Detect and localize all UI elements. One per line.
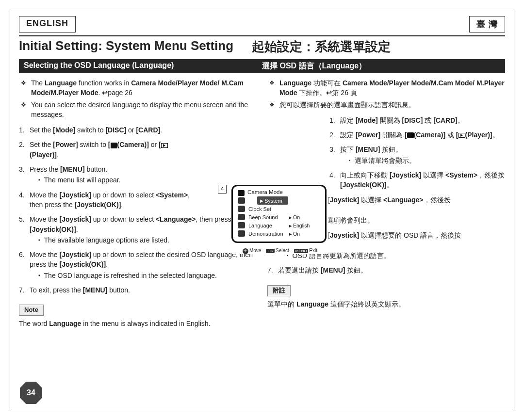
nav-icon: ✛ — [243, 248, 248, 254]
heading-chinese: 起始設定：系統選單設定 — [252, 38, 391, 55]
intro-1-zh: Language 功能可在 Camera Mode/Player Mode/M.… — [279, 78, 505, 98]
steps-zh: 1.設定 [Mode] 開關為 [DISC] 或 [CARD]。 2.設定 [P… — [267, 115, 505, 190]
osd-footer: ✛Move OKSelect MENUExit — [231, 248, 328, 254]
page-number-badge: 34 — [20, 382, 42, 404]
step2-en: Set the [Power] switch to [(Camera)] or … — [30, 141, 168, 158]
language-bar: ENGLISH 臺 灣 — [19, 16, 505, 32]
osd-row-beep: Beep Sound — [248, 214, 289, 220]
osd-row-demo: Demonstration — [248, 231, 289, 237]
diagram-step-badge: 4 — [218, 185, 227, 194]
camcorder-icon — [238, 190, 245, 196]
camera-screen: Camera Mode ►System Clock Set Beep Sound… — [231, 185, 327, 243]
footer-move: Move — [249, 248, 261, 253]
gear-icon — [238, 197, 245, 204]
intro-2-en: You can select the desired language to d… — [31, 100, 257, 120]
step7-en: To exit, press the [MENU] button. — [30, 285, 257, 295]
section-stripe: Selecting the OSD Language (Language) 選擇… — [19, 59, 505, 73]
page-number: 34 — [27, 388, 35, 397]
note-label-zh: 附註 — [267, 285, 291, 296]
disc-icon — [238, 206, 245, 212]
column-english: The Language function works in Camera Mo… — [19, 78, 257, 328]
intro-list-zh: Language 功能可在 Camera Mode/Player Mode/M.… — [267, 78, 505, 110]
menu-key-icon: MENU — [294, 249, 309, 253]
display-icon — [238, 230, 245, 237]
osd-val-demo: On — [289, 231, 300, 237]
step6-en: Move the [Joystick] up or down to select… — [30, 251, 253, 268]
osd-row-clock: Clock Set — [248, 206, 289, 212]
osd-system-tab: ►System — [257, 196, 288, 205]
step1-zh: 設定 [Mode] 開關為 [DISC] 或 [CARD]。 — [340, 115, 505, 125]
steps-en: 1.Set the [Mode] switch to [DISC] or [CA… — [19, 125, 257, 295]
manual-page: ENGLISH 臺 灣 Initial Setting: System Menu… — [10, 9, 514, 411]
ok-key-icon: OK — [266, 249, 275, 253]
step5a-en: The available language options are liste… — [44, 235, 169, 245]
step4-en: Move the [Joystick] up or down to select… — [30, 190, 190, 210]
note-label-en: Note — [19, 305, 44, 316]
stripe-heading-en: Selecting the OSD Language (Language) — [24, 61, 262, 71]
step3a-zh: 選單清單將會顯示。 — [355, 156, 416, 165]
stripe-heading-zh: 選擇 OSD 語言（Language） — [262, 61, 500, 71]
step3-en: Press the [MENU] button. — [30, 165, 107, 173]
hr — [19, 35, 505, 36]
intro-2-zh: 您可以選擇所要的選單畫面顯示語言和訊息。 — [279, 100, 415, 110]
step2-zh: 設定 [Power] 開關為 [(Camera)] 或 [(Player)]。 — [340, 130, 505, 140]
lang-box-english: ENGLISH — [19, 16, 76, 32]
title-bar: Initial Setting: System Menu Setting 起始設… — [19, 38, 505, 55]
osd-title: Camera Mode — [247, 189, 283, 195]
step3-zh: 按下 [MENU] 按鈕。 — [340, 145, 402, 153]
camera-icon — [238, 214, 245, 220]
osd-val-lang: English — [289, 223, 310, 228]
step7-zh: 若要退出請按 [MENU] 按鈕。 — [278, 265, 505, 275]
step1-en: Set the [Mode] switch to [DISC] or [CARD… — [30, 125, 190, 135]
osd-val-beep: On — [289, 214, 300, 220]
osd-row-lang: Language — [248, 223, 289, 228]
step4-zh: 向上或向下移動 [Joystick] 以選擇 <System>，然後按 [Joy… — [340, 170, 505, 190]
camera-osd-diagram: 4 Camera Mode ►System Clock Set Beep Sou… — [231, 185, 328, 254]
lang-box-chinese: 臺 灣 — [469, 16, 505, 32]
step3a-en: The menu list will appear. — [44, 175, 121, 185]
step6a-en: The OSD language is refreshed in the sel… — [44, 271, 217, 280]
step5-en: Move the [Joystick] up or down to select… — [30, 215, 243, 233]
note-text-zh: 選單中的 Language 這個字始終以英文顯示。 — [267, 299, 505, 309]
footer-exit: Exit — [309, 248, 317, 253]
intro-1-en: The Language function works in Camera Mo… — [31, 78, 257, 98]
heading-english: Initial Setting: System Menu Setting — [19, 38, 233, 55]
footer-select: Select — [276, 248, 289, 253]
note-text-en: The word Language in the menu is always … — [19, 319, 257, 328]
intro-list-en: The Language function works in Camera Mo… — [19, 78, 257, 119]
memory-icon — [238, 222, 245, 228]
